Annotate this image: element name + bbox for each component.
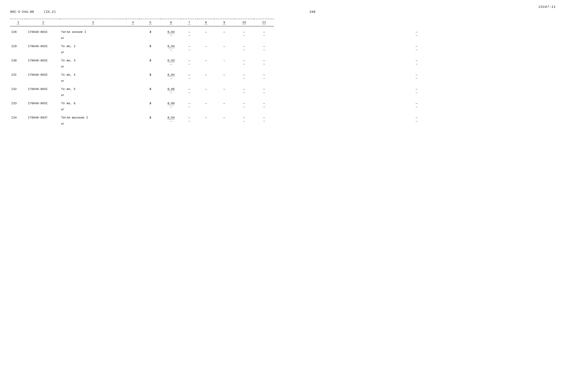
col7-value: —— [181,72,198,84]
col12-value: —— [274,58,559,69]
col10-value: —— [234,101,254,112]
item-code: I70648-803I [27,44,60,55]
table-row: I28I70648-803IТигли низкие Iшт30,03———— … [10,29,559,41]
col4-empty [126,58,140,69]
col-header-2: 2 [27,19,60,26]
item-number: I30 [10,58,27,69]
table-row: I32I70648-803IТо же, 5шт30,06———— — ————… [10,86,559,98]
item-price: 0,03— [161,29,181,41]
col-header-8: 8 [198,19,214,26]
table-row: I30I70648-803IТо же, 3шт30,03———— – ————… [10,58,559,69]
col10-value: —— [234,44,254,55]
col8-value: — [198,86,214,98]
col7-value: —— [181,115,198,126]
col-header-10: IO [234,19,254,26]
item-description: То же, 6шт [60,101,126,112]
main-table: I 2 3 4 5 6 7 8 9 IO II I28I70648-803IТи… [10,19,559,126]
item-description: То же, 5шт [60,86,126,98]
item-qty: 3 [140,115,161,126]
classification: (IX.2) [44,10,56,14]
item-price: 0,03— [161,44,181,55]
col9-value: — [214,29,234,41]
col12-value: —— [274,86,559,98]
col-header-4: 4 [126,19,140,26]
col11-value: —— [254,72,274,84]
item-price: 0,06— [161,86,181,98]
col11-value: —— [254,115,274,126]
col8-value: — [198,101,214,112]
col7-value: —— [181,58,198,69]
col-header-11: II [254,19,274,26]
item-qty: 3 [140,86,161,98]
column-headers: I 2 3 4 5 6 7 8 9 IO II [10,19,559,26]
doc-number: 90I-3-244.88 [10,10,34,14]
item-code: I70648-803I [27,101,60,112]
table-row: I34I70648-8037Тигли высокие Iшт30,04————… [10,115,559,126]
header-line: 90I-3-244.88 (IX.2) 248 [10,10,559,14]
col11-value: —— [254,44,274,55]
item-number: I29 [10,44,27,55]
item-qty: 3 [140,29,161,41]
col8-value: — [198,115,214,126]
table-row: I33I70648-803IТо же, 6шт30,09———— — ————… [10,101,559,112]
col4-empty [126,101,140,112]
col-header-7: 7 [181,19,198,26]
col10-value: —— [234,29,254,41]
col11-value: —— [254,29,274,41]
item-number: I28 [10,29,27,41]
col8-value: — [198,58,214,69]
col4-empty [126,44,140,55]
table-row: I29I70648-803IТо же, 2шт30,03———— — ————… [10,44,559,55]
item-code: I70648-8037 [27,115,60,126]
item-code: I70648-803I [27,86,60,98]
col10-value: —— [234,86,254,98]
item-qty: 3 [140,58,161,69]
col10-value: —— [234,58,254,69]
col9-value: — [214,44,234,55]
item-number: I32 [10,86,27,98]
item-description: Тигли высокие Iшт [60,115,126,126]
item-number: I33 [10,101,27,112]
col-header-9: 9 [214,19,234,26]
col9-value: — [214,115,234,126]
col8-value: — [198,72,214,84]
item-qty: 3 [140,101,161,112]
item-price: 0,04— [161,72,181,84]
col-header-3: 3 [60,19,126,26]
col7-value: —— [181,44,198,55]
col11-value: —— [254,101,274,112]
col10-value: —— [234,72,254,84]
item-number: I3I [10,72,27,84]
col9-value: — [214,72,234,84]
col12-value: —— [274,44,559,55]
item-price: 0,03— [161,58,181,69]
col12-value: —— [274,72,559,84]
col4-empty [126,72,140,84]
item-code: I70648-803I [27,29,60,41]
col12-value: —— [274,101,559,112]
item-code: I70648-803I [27,58,60,69]
col4-empty [126,29,140,41]
col9-value: — [214,86,234,98]
col11-value: —— [254,86,274,98]
item-code: I70648-803I [27,72,60,84]
page-number: 248 [309,10,315,14]
col12-value: —— [274,29,559,41]
col4-empty [126,115,140,126]
col10-value: —— [234,115,254,126]
col7-value: —— [181,86,198,98]
col4-empty [126,86,140,98]
item-qty: 3 [140,72,161,84]
item-price: 0,09— [161,101,181,112]
col7-value: —— [181,29,198,41]
item-price: 0,04— [161,115,181,126]
item-number: I34 [10,115,27,126]
item-description: То же, 4шт [60,72,126,84]
col8-value: — [198,44,214,55]
col12-value: —— [274,115,559,126]
table-row: I3II70648-803IТо же, 4шт30,04———— — ————… [10,72,559,84]
item-description: Тигли низкие Iшт [60,29,126,41]
item-description: То же, 2шт [60,44,126,55]
item-description: То же, 3шт [60,58,126,69]
col7-value: —— [181,101,198,112]
